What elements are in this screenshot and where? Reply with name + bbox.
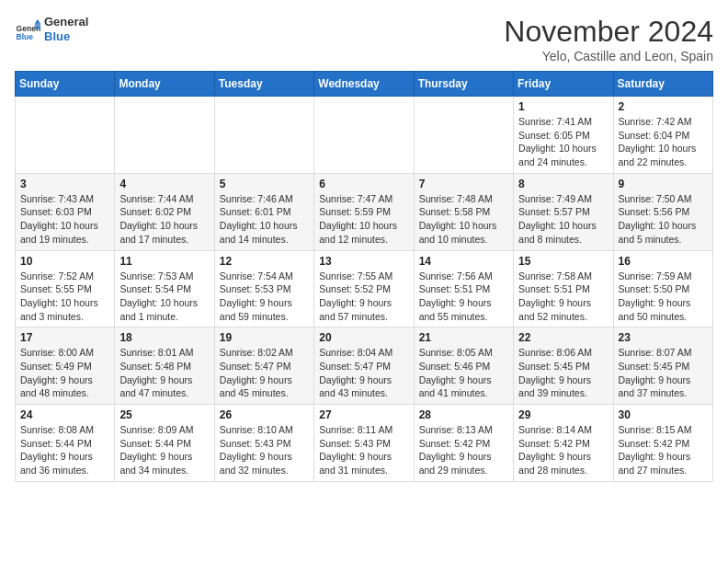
calendar-cell: 9Sunrise: 7:50 AM Sunset: 5:56 PM Daylig… — [613, 173, 712, 250]
day-info: Sunrise: 8:00 AM Sunset: 5:49 PM Dayligh… — [20, 346, 109, 400]
calendar-cell: 6Sunrise: 7:47 AM Sunset: 5:59 PM Daylig… — [314, 173, 414, 250]
day-info: Sunrise: 8:06 AM Sunset: 5:45 PM Dayligh… — [518, 346, 608, 400]
day-number: 17 — [20, 331, 109, 344]
day-number: 11 — [119, 255, 209, 268]
day-number: 6 — [319, 178, 408, 190]
calendar-cell: 26Sunrise: 8:10 AM Sunset: 5:43 PM Dayli… — [214, 405, 313, 482]
calendar-week-row: 24Sunrise: 8:08 AM Sunset: 5:44 PM Dayli… — [16, 405, 713, 482]
calendar-cell: 4Sunrise: 7:44 AM Sunset: 6:02 PM Daylig… — [115, 173, 214, 250]
weekday-header-thursday: Thursday — [414, 72, 513, 97]
weekday-header-row: SundayMondayTuesdayWednesdayThursdayFrid… — [16, 72, 713, 97]
calendar-week-row: 3Sunrise: 7:43 AM Sunset: 6:03 PM Daylig… — [16, 173, 713, 250]
weekday-header-friday: Friday — [514, 72, 613, 97]
day-number: 22 — [518, 331, 608, 344]
header: General Blue General Blue November 2024 … — [15, 15, 713, 63]
calendar-cell: 21Sunrise: 8:05 AM Sunset: 5:46 PM Dayli… — [414, 327, 513, 405]
day-info: Sunrise: 8:13 AM Sunset: 5:42 PM Dayligh… — [419, 423, 508, 477]
day-info: Sunrise: 8:05 AM Sunset: 5:46 PM Dayligh… — [419, 346, 508, 400]
calendar-cell: 8Sunrise: 7:49 AM Sunset: 5:57 PM Daylig… — [514, 173, 613, 250]
day-info: Sunrise: 7:41 AM Sunset: 6:05 PM Dayligh… — [518, 115, 608, 169]
day-info: Sunrise: 7:42 AM Sunset: 6:04 PM Dayligh… — [619, 115, 708, 169]
svg-text:Blue: Blue — [17, 31, 34, 40]
day-info: Sunrise: 8:07 AM Sunset: 5:45 PM Dayligh… — [619, 346, 708, 400]
logo: General Blue General Blue — [15, 15, 88, 43]
calendar-cell: 14Sunrise: 7:56 AM Sunset: 5:51 PM Dayli… — [414, 250, 513, 327]
day-number: 24 — [20, 408, 109, 421]
day-info: Sunrise: 8:02 AM Sunset: 5:47 PM Dayligh… — [220, 346, 309, 400]
calendar-cell: 16Sunrise: 7:59 AM Sunset: 5:50 PM Dayli… — [613, 250, 712, 327]
day-info: Sunrise: 7:53 AM Sunset: 5:54 PM Dayligh… — [119, 270, 209, 324]
calendar-week-row: 10Sunrise: 7:52 AM Sunset: 5:55 PM Dayli… — [16, 250, 713, 327]
calendar-cell: 1Sunrise: 7:41 AM Sunset: 6:05 PM Daylig… — [514, 97, 613, 174]
calendar-cell: 5Sunrise: 7:46 AM Sunset: 6:01 PM Daylig… — [214, 173, 313, 250]
day-number: 28 — [419, 408, 508, 421]
calendar-cell: 13Sunrise: 7:55 AM Sunset: 5:52 PM Dayli… — [314, 250, 414, 327]
day-info: Sunrise: 8:15 AM Sunset: 5:42 PM Dayligh… — [619, 423, 708, 477]
calendar-cell: 27Sunrise: 8:11 AM Sunset: 5:43 PM Dayli… — [314, 405, 414, 482]
weekday-header-sunday: Sunday — [16, 72, 115, 97]
day-number: 5 — [220, 178, 309, 190]
day-number: 10 — [20, 255, 109, 268]
calendar-cell: 3Sunrise: 7:43 AM Sunset: 6:03 PM Daylig… — [16, 173, 115, 250]
svg-marker-2 — [35, 19, 40, 24]
calendar-cell — [16, 97, 115, 174]
day-number: 13 — [319, 255, 408, 268]
day-number: 9 — [619, 178, 708, 190]
svg-marker-3 — [35, 23, 40, 29]
day-number: 30 — [619, 408, 708, 421]
day-info: Sunrise: 7:54 AM Sunset: 5:53 PM Dayligh… — [220, 270, 309, 324]
calendar-cell: 30Sunrise: 8:15 AM Sunset: 5:42 PM Dayli… — [613, 405, 712, 482]
day-number: 8 — [518, 178, 608, 190]
calendar-cell: 23Sunrise: 8:07 AM Sunset: 5:45 PM Dayli… — [613, 327, 712, 405]
calendar-table: SundayMondayTuesdayWednesdayThursdayFrid… — [15, 71, 713, 482]
calendar-week-row: 1Sunrise: 7:41 AM Sunset: 6:05 PM Daylig… — [16, 97, 713, 174]
day-number: 1 — [518, 100, 608, 113]
calendar-cell — [414, 97, 513, 174]
day-info: Sunrise: 7:44 AM Sunset: 6:02 PM Dayligh… — [119, 192, 209, 247]
calendar-cell: 20Sunrise: 8:04 AM Sunset: 5:47 PM Dayli… — [314, 327, 414, 405]
calendar-cell: 29Sunrise: 8:14 AM Sunset: 5:42 PM Dayli… — [514, 405, 613, 482]
calendar-week-row: 17Sunrise: 8:00 AM Sunset: 5:49 PM Dayli… — [16, 327, 713, 405]
title-area: November 2024 Yelo, Castille and Leon, S… — [504, 15, 713, 63]
day-number: 14 — [419, 255, 508, 268]
day-info: Sunrise: 8:08 AM Sunset: 5:44 PM Dayligh… — [20, 423, 109, 477]
day-info: Sunrise: 7:56 AM Sunset: 5:51 PM Dayligh… — [419, 270, 508, 324]
calendar-cell: 19Sunrise: 8:02 AM Sunset: 5:47 PM Dayli… — [214, 327, 313, 405]
logo-general: General — [44, 15, 88, 29]
calendar-cell: 25Sunrise: 8:09 AM Sunset: 5:44 PM Dayli… — [115, 405, 214, 482]
day-number: 7 — [419, 178, 508, 190]
day-number: 12 — [220, 255, 309, 268]
day-info: Sunrise: 8:09 AM Sunset: 5:44 PM Dayligh… — [119, 423, 209, 477]
calendar-cell: 7Sunrise: 7:48 AM Sunset: 5:58 PM Daylig… — [414, 173, 513, 250]
day-number: 21 — [419, 331, 508, 344]
day-number: 3 — [20, 178, 109, 190]
day-info: Sunrise: 8:10 AM Sunset: 5:43 PM Dayligh… — [220, 423, 309, 477]
calendar-cell: 2Sunrise: 7:42 AM Sunset: 6:04 PM Daylig… — [613, 97, 712, 174]
calendar-cell: 24Sunrise: 8:08 AM Sunset: 5:44 PM Dayli… — [16, 405, 115, 482]
day-number: 26 — [220, 408, 309, 421]
day-info: Sunrise: 7:47 AM Sunset: 5:59 PM Dayligh… — [319, 192, 408, 247]
day-info: Sunrise: 8:04 AM Sunset: 5:47 PM Dayligh… — [319, 346, 408, 400]
day-number: 25 — [119, 408, 209, 421]
day-number: 27 — [319, 408, 408, 421]
calendar-cell: 10Sunrise: 7:52 AM Sunset: 5:55 PM Dayli… — [16, 250, 115, 327]
day-info: Sunrise: 7:43 AM Sunset: 6:03 PM Dayligh… — [20, 192, 109, 247]
day-number: 4 — [119, 178, 209, 190]
calendar-cell: 15Sunrise: 7:58 AM Sunset: 5:51 PM Dayli… — [514, 250, 613, 327]
calendar-cell: 22Sunrise: 8:06 AM Sunset: 5:45 PM Dayli… — [514, 327, 613, 405]
logo-blue: Blue — [44, 29, 70, 43]
calendar-cell: 12Sunrise: 7:54 AM Sunset: 5:53 PM Dayli… — [214, 250, 313, 327]
weekday-header-monday: Monday — [115, 72, 214, 97]
day-number: 23 — [619, 331, 708, 344]
day-info: Sunrise: 7:49 AM Sunset: 5:57 PM Dayligh… — [518, 192, 608, 247]
day-info: Sunrise: 8:01 AM Sunset: 5:48 PM Dayligh… — [119, 346, 209, 400]
day-info: Sunrise: 7:55 AM Sunset: 5:52 PM Dayligh… — [319, 270, 408, 324]
day-number: 2 — [619, 100, 708, 113]
logo-icon: General Blue — [15, 17, 40, 42]
day-info: Sunrise: 7:52 AM Sunset: 5:55 PM Dayligh… — [20, 270, 109, 324]
day-info: Sunrise: 7:58 AM Sunset: 5:51 PM Dayligh… — [518, 270, 608, 324]
day-number: 29 — [518, 408, 608, 421]
day-info: Sunrise: 8:14 AM Sunset: 5:42 PM Dayligh… — [518, 423, 608, 477]
calendar-cell — [314, 97, 414, 174]
calendar-cell: 11Sunrise: 7:53 AM Sunset: 5:54 PM Dayli… — [115, 250, 214, 327]
